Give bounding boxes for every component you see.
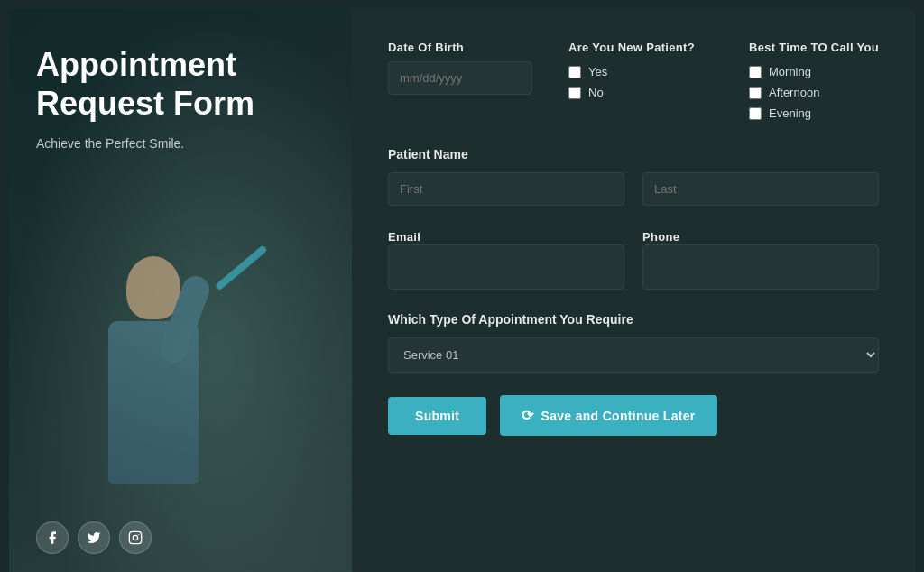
name-fields [388, 172, 879, 206]
person-arm [157, 272, 213, 366]
twitter-icon[interactable] [78, 521, 110, 554]
best-time-options: Morning Afternoon Evening [749, 65, 884, 120]
first-name-wrap [388, 172, 624, 206]
new-patient-no[interactable]: No [568, 86, 713, 99]
dob-input-wrap [388, 61, 532, 95]
email-label: Email [388, 230, 420, 244]
new-patient-options: Yes No [568, 65, 713, 99]
best-time-section: Best Time TO Call You Morning Afternoon … [749, 41, 884, 120]
instagram-icon[interactable] [119, 521, 152, 554]
first-name-input[interactable] [388, 172, 624, 206]
left-panel: Appointment Request Form Achieve the Per… [9, 9, 352, 572]
best-time-evening[interactable]: Evening [749, 106, 884, 120]
last-name-wrap [642, 172, 879, 206]
dob-label: Date Of Birth [388, 41, 532, 54]
page-wrapper: Appointment Request Form Achieve the Per… [9, 9, 915, 572]
svg-rect-0 [129, 531, 141, 543]
save-button[interactable]: ⟳ Save and Continue Later [500, 395, 716, 436]
email-phone-row: Email Phone [388, 228, 879, 290]
best-time-afternoon[interactable]: Afternoon [749, 86, 884, 99]
appointment-label: Which Type Of Appointment You Require [388, 312, 879, 327]
form-subtitle: Achieve the Perfect Smile. [36, 136, 325, 151]
svg-point-1 [133, 535, 137, 540]
best-time-afternoon-checkbox[interactable] [749, 87, 762, 99]
new-patient-yes[interactable]: Yes [568, 65, 713, 78]
phone-input[interactable] [642, 244, 879, 290]
best-time-label: Best Time TO Call You [749, 41, 884, 54]
dob-input[interactable] [388, 61, 532, 95]
facebook-icon[interactable] [36, 521, 69, 554]
best-time-morning-label: Morning [769, 65, 811, 78]
new-patient-yes-checkbox[interactable] [568, 66, 581, 78]
best-time-afternoon-label: Afternoon [769, 86, 819, 99]
new-patient-label: Are You New Patient? [568, 41, 713, 54]
buttons-row: Submit ⟳ Save and Continue Later [388, 395, 879, 436]
submit-button[interactable]: Submit [388, 397, 486, 435]
email-section: Email [388, 228, 624, 290]
new-patient-no-label: No [588, 86, 604, 99]
form-title: Appointment Request Form [36, 45, 325, 123]
save-label: Save and Continue Later [541, 409, 696, 423]
best-time-morning-checkbox[interactable] [749, 66, 762, 78]
best-time-evening-checkbox[interactable] [749, 107, 762, 120]
person-figure [63, 256, 244, 527]
dob-section: Date Of Birth [388, 41, 532, 120]
best-time-morning[interactable]: Morning [749, 65, 884, 78]
right-panel: Date Of Birth Are You New Patient? Yes N… [352, 9, 915, 572]
left-content: Appointment Request Form Achieve the Per… [36, 45, 325, 151]
email-input[interactable] [388, 244, 624, 290]
new-patient-section: Are You New Patient? Yes No [568, 41, 713, 120]
new-patient-no-checkbox[interactable] [568, 87, 581, 99]
patient-name-section: Patient Name [388, 147, 879, 206]
form-top-row: Date Of Birth Are You New Patient? Yes N… [388, 41, 879, 120]
best-time-evening-label: Evening [769, 106, 811, 120]
phone-section: Phone [642, 228, 879, 290]
person-head [126, 256, 180, 319]
new-patient-yes-label: Yes [588, 65, 607, 78]
svg-point-2 [138, 534, 139, 535]
last-name-input[interactable] [642, 172, 879, 206]
social-icons-group [36, 521, 325, 554]
appointment-section: Which Type Of Appointment You Require Se… [388, 312, 879, 373]
phone-label: Phone [642, 230, 679, 244]
patient-name-label: Patient Name [388, 147, 879, 161]
service-select[interactable]: Service 01 Service 02 Service 03 [388, 337, 879, 373]
save-icon: ⟳ [522, 407, 533, 424]
